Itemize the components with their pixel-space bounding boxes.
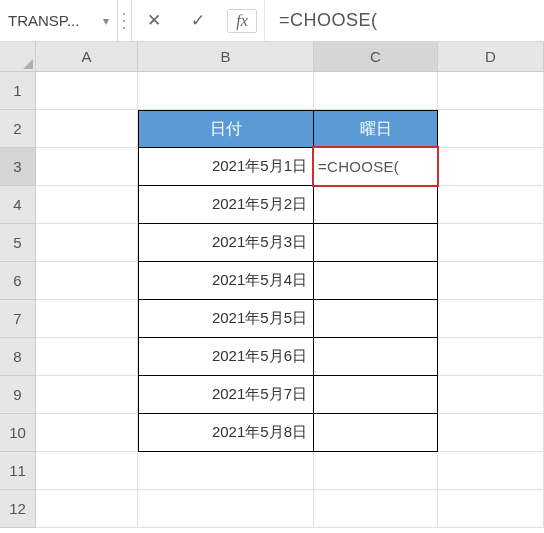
cell-editor[interactable]: =CHOOSE( xyxy=(314,148,437,185)
cell-C6[interactable] xyxy=(314,262,438,300)
cell-C7[interactable] xyxy=(314,300,438,338)
cell-A1[interactable] xyxy=(36,72,138,110)
row-header-10[interactable]: 10 xyxy=(0,414,36,452)
row-4: 4 2021年5月2日 xyxy=(0,186,544,224)
cell-C12[interactable] xyxy=(314,490,438,528)
row-3: 3 2021年5月1日 xyxy=(0,148,544,186)
formula-bar-buttons: ✕ ✓ fx xyxy=(132,0,264,41)
cell-C9[interactable] xyxy=(314,376,438,414)
cell-A3[interactable] xyxy=(36,148,138,186)
cancel-button[interactable]: ✕ xyxy=(132,0,176,41)
cell-D1[interactable] xyxy=(438,72,544,110)
row-header-5[interactable]: 5 xyxy=(0,224,36,262)
cell-D6[interactable] xyxy=(438,262,544,300)
name-box-dropdown-icon[interactable]: ▾ xyxy=(103,14,109,28)
row-12: 12 xyxy=(0,490,544,528)
row-header-8[interactable]: 8 xyxy=(0,338,36,376)
cell-B10[interactable]: 2021年5月8日 xyxy=(138,414,314,452)
row-header-6[interactable]: 6 xyxy=(0,262,36,300)
row-8: 8 2021年5月6日 xyxy=(0,338,544,376)
check-icon: ✓ xyxy=(191,10,205,31)
column-header-D[interactable]: D xyxy=(438,42,544,71)
cell-A10[interactable] xyxy=(36,414,138,452)
formula-bar-separator xyxy=(118,0,132,41)
cell-A6[interactable] xyxy=(36,262,138,300)
column-header-B[interactable]: B xyxy=(138,42,314,71)
cell-A8[interactable] xyxy=(36,338,138,376)
spreadsheet-window: TRANSP... ▾ ✕ ✓ fx =CHOOSE( A B C D xyxy=(0,0,544,533)
cell-B3[interactable]: 2021年5月1日 xyxy=(138,148,314,186)
cell-D2[interactable] xyxy=(438,110,544,148)
row-header-12[interactable]: 12 xyxy=(0,490,36,528)
cell-B11[interactable] xyxy=(138,452,314,490)
cell-C4[interactable] xyxy=(314,186,438,224)
cell-D4[interactable] xyxy=(438,186,544,224)
cell-D12[interactable] xyxy=(438,490,544,528)
name-box[interactable]: TRANSP... ▾ xyxy=(0,0,118,41)
cell-A4[interactable] xyxy=(36,186,138,224)
x-icon: ✕ xyxy=(147,10,161,31)
row-header-3[interactable]: 3 xyxy=(0,148,36,186)
insert-function-button[interactable]: fx xyxy=(220,0,264,41)
cell-B9[interactable]: 2021年5月7日 xyxy=(138,376,314,414)
column-header-C[interactable]: C xyxy=(314,42,438,71)
cell-A5[interactable] xyxy=(36,224,138,262)
formula-input[interactable]: =CHOOSE( xyxy=(264,0,544,41)
formula-bar-row: TRANSP... ▾ ✕ ✓ fx =CHOOSE( xyxy=(0,0,544,42)
cell-A2[interactable] xyxy=(36,110,138,148)
row-11: 11 xyxy=(0,452,544,490)
cell-B5[interactable]: 2021年5月3日 xyxy=(138,224,314,262)
cell-A7[interactable] xyxy=(36,300,138,338)
fx-icon: fx xyxy=(227,9,257,33)
row-2: 2 日付 曜日 xyxy=(0,110,544,148)
row-7: 7 2021年5月5日 xyxy=(0,300,544,338)
cell-A12[interactable] xyxy=(36,490,138,528)
cell-D8[interactable] xyxy=(438,338,544,376)
row-header-4[interactable]: 4 xyxy=(0,186,36,224)
grid-area: 1 2 日付 曜日 3 2021年5月1日 4 2021年5月2日 xyxy=(0,72,544,528)
cell-D11[interactable] xyxy=(438,452,544,490)
row-5: 5 2021年5月3日 xyxy=(0,224,544,262)
row-header-7[interactable]: 7 xyxy=(0,300,36,338)
cell-A11[interactable] xyxy=(36,452,138,490)
row-10: 10 2021年5月8日 xyxy=(0,414,544,452)
cell-B12[interactable] xyxy=(138,490,314,528)
row-header-9[interactable]: 9 xyxy=(0,376,36,414)
cell-B4[interactable]: 2021年5月2日 xyxy=(138,186,314,224)
cell-B1[interactable] xyxy=(138,72,314,110)
cell-B6[interactable]: 2021年5月4日 xyxy=(138,262,314,300)
cell-C1[interactable] xyxy=(314,72,438,110)
cell-D3[interactable] xyxy=(438,148,544,186)
row-6: 6 2021年5月4日 xyxy=(0,262,544,300)
cell-C10[interactable] xyxy=(314,414,438,452)
select-all-corner[interactable] xyxy=(0,42,36,71)
row-header-2[interactable]: 2 xyxy=(0,110,36,148)
cell-D9[interactable] xyxy=(438,376,544,414)
cell-editor-text: =CHOOSE( xyxy=(318,158,399,175)
drag-dots-icon xyxy=(123,13,127,29)
cell-C2-header-weekday[interactable]: 曜日 xyxy=(314,110,438,148)
formula-input-text: =CHOOSE( xyxy=(279,10,378,31)
name-box-text: TRANSP... xyxy=(8,12,79,29)
cell-B7[interactable]: 2021年5月5日 xyxy=(138,300,314,338)
column-header-A[interactable]: A xyxy=(36,42,138,71)
cell-C8[interactable] xyxy=(314,338,438,376)
cell-D5[interactable] xyxy=(438,224,544,262)
cell-A9[interactable] xyxy=(36,376,138,414)
cell-B8[interactable]: 2021年5月6日 xyxy=(138,338,314,376)
cell-D10[interactable] xyxy=(438,414,544,452)
enter-button[interactable]: ✓ xyxy=(176,0,220,41)
cell-C11[interactable] xyxy=(314,452,438,490)
column-header-row: A B C D xyxy=(0,42,544,72)
cell-B2-header-date[interactable]: 日付 xyxy=(138,110,314,148)
row-header-1[interactable]: 1 xyxy=(0,72,36,110)
cell-D7[interactable] xyxy=(438,300,544,338)
row-9: 9 2021年5月7日 xyxy=(0,376,544,414)
row-header-11[interactable]: 11 xyxy=(0,452,36,490)
row-1: 1 xyxy=(0,72,544,110)
cell-C5[interactable] xyxy=(314,224,438,262)
